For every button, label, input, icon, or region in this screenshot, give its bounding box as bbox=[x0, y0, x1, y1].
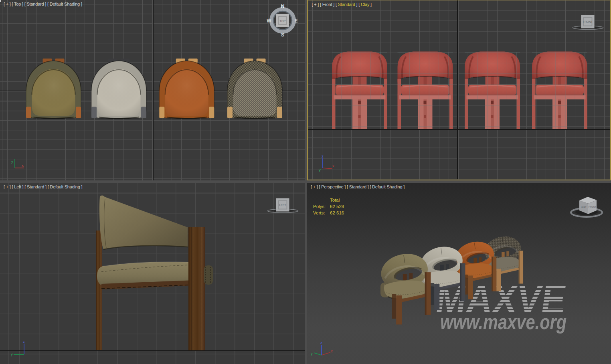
svg-text:LEFT: LEFT bbox=[279, 204, 286, 206]
svg-text:x: x bbox=[22, 163, 24, 168]
svg-text:y: y bbox=[311, 351, 313, 356]
svg-text:y: y bbox=[319, 168, 321, 172]
svg-text:W: W bbox=[267, 18, 271, 24]
svg-text:S: S bbox=[281, 32, 284, 38]
svg-text:z: z bbox=[320, 340, 322, 345]
svg-text:z: z bbox=[322, 154, 324, 158]
svg-text:z: z bbox=[23, 339, 25, 344]
svg-text:FRONT: FRONT bbox=[589, 206, 597, 208]
svg-text:FRONT: FRONT bbox=[583, 20, 593, 23]
svg-text:y: y bbox=[11, 352, 13, 356]
svg-text:TOP: TOP bbox=[279, 19, 285, 23]
svg-text:x: x bbox=[332, 164, 334, 168]
svg-text:y: y bbox=[11, 159, 13, 164]
svg-text:LEFT: LEFT bbox=[581, 206, 587, 208]
svg-text:E: E bbox=[294, 18, 297, 24]
svg-text:N: N bbox=[281, 4, 285, 9]
svg-text:x: x bbox=[331, 349, 333, 353]
